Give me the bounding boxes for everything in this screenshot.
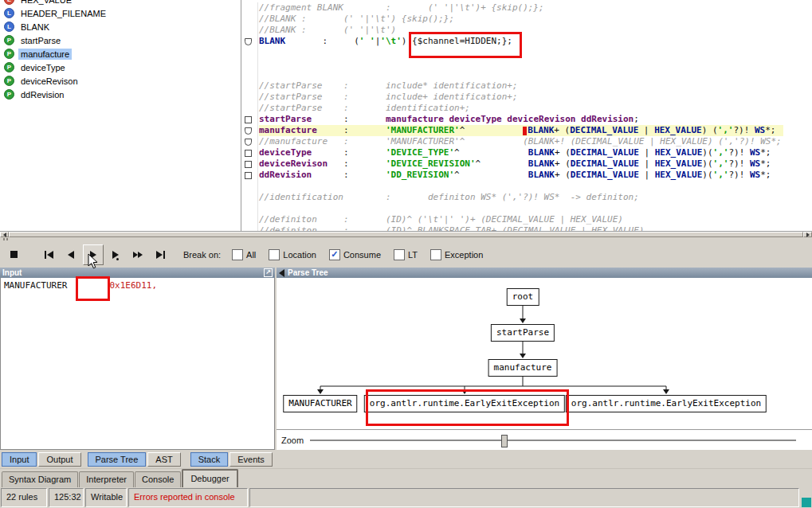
- zoom-row: Zoom: [277, 429, 812, 450]
- lexer-rule-icon: L: [4, 21, 14, 32]
- zoom-slider[interactable]: [310, 434, 796, 447]
- editor-horizontal-scrollbar[interactable]: [0, 231, 812, 237]
- tree-node-earlyexit-exception-2[interactable]: org.antlr.runtime.EarlyExitException: [566, 395, 767, 412]
- gutter-cell: [241, 69, 257, 80]
- parser-rule-icon: P: [4, 62, 14, 72]
- checkbox-lt[interactable]: LT: [394, 249, 418, 260]
- step-back-icon: [68, 251, 74, 259]
- rule-label: manufacture: [18, 49, 72, 60]
- breakpoint-marker[interactable]: [245, 116, 252, 123]
- code-segment: BLANK: [528, 158, 555, 169]
- grammar-editor[interactable]: //fragment BLANK : (' '|'\t')+ {skip();}…: [241, 0, 812, 231]
- rule-list-item-HEX_VALUE[interactable]: LHEX_VALUE: [0, 0, 241, 6]
- rule-list-item-deviceRevison[interactable]: PdeviceRevison: [0, 74, 241, 88]
- checkbox-consume[interactable]: ✓Consume: [329, 249, 381, 260]
- code-segment: )(: [702, 147, 712, 158]
- tree-node-root[interactable]: root: [507, 288, 539, 306]
- zoom-slider-track[interactable]: [310, 440, 796, 442]
- rule-list-item-BLANK[interactable]: LBLANK: [0, 20, 241, 33]
- scrollbar-thumb[interactable]: [9, 232, 803, 237]
- checkbox-location[interactable]: Location: [269, 249, 316, 260]
- checkbox-box[interactable]: [430, 249, 441, 260]
- breakpoint-marker[interactable]: [245, 150, 252, 157]
- rule-list-item-HEADER_FILENAME[interactable]: LHEADER_FILENAME: [0, 6, 241, 20]
- code-line: [259, 58, 783, 69]
- go-to-end-button[interactable]: [150, 244, 171, 265]
- tree-node-manufacture[interactable]: manufacture: [488, 359, 558, 377]
- tree-node-earlyexit-exception-1[interactable]: org.antlr.runtime.EarlyExitException: [364, 395, 565, 412]
- view-button-ast[interactable]: AST: [147, 452, 180, 467]
- rule-list-item-manufacture[interactable]: Pmanufacture: [0, 47, 241, 61]
- zoom-slider-thumb[interactable]: [501, 435, 508, 447]
- checkbox-box[interactable]: ✓: [329, 249, 340, 260]
- code-segment: '\t': [380, 36, 402, 46]
- view-button-stack[interactable]: Stack: [190, 452, 229, 467]
- gutter-cell: [241, 25, 257, 36]
- checkbox-exception[interactable]: Exception: [430, 249, 483, 260]
- tab-debugger[interactable]: Debugger: [182, 469, 237, 487]
- step-over-button[interactable]: [105, 244, 126, 265]
- view-button-input[interactable]: Input: [2, 452, 37, 467]
- gutter-cell: [241, 225, 257, 231]
- checkbox-all[interactable]: All: [232, 249, 256, 260]
- tree-node-manufacturer-token[interactable]: MANUFACTURER: [283, 395, 357, 412]
- code-segment: ^: [454, 170, 528, 180]
- tab-syntax-diagram[interactable]: Syntax Diagram: [2, 471, 78, 487]
- code-segment: ?)!: [728, 147, 750, 158]
- code-segment: |: [639, 158, 655, 169]
- rule-list[interactable]: LHEX_VALUELHEADER_FILENAMELBLANKPstartPa…: [0, 0, 241, 231]
- rule-list-item-ddRevision[interactable]: PddRevision: [0, 88, 241, 101]
- gutter-cell: [241, 136, 257, 147]
- view-button-events[interactable]: Events: [229, 452, 273, 467]
- code-line: //definiton : (ID)^ ('\t'|' ')+ (DECIMAL…: [259, 214, 783, 225]
- code-segment: BLANK: [528, 147, 555, 158]
- step-back-button[interactable]: [61, 244, 81, 265]
- scrollbar-left-arrow-icon[interactable]: [0, 232, 9, 237]
- rule-list-item-deviceType[interactable]: PdeviceType: [0, 61, 241, 74]
- gutter-cell: [241, 203, 257, 214]
- breakpoint-marker[interactable]: [245, 38, 252, 45]
- detach-panel-icon[interactable]: [264, 268, 273, 277]
- code-segment: HEX_VALUE: [654, 125, 702, 135]
- rule-label: HEADER_FILENAME: [18, 8, 108, 19]
- rule-list-item-startParse[interactable]: PstartParse: [0, 33, 241, 47]
- parse-tree-panel-header: Parse Tree: [277, 268, 812, 278]
- breakpoint-marker[interactable]: [245, 127, 252, 135]
- breakpoint-marker[interactable]: [245, 161, 252, 168]
- parser-rule-icon: P: [4, 49, 14, 59]
- code-segment: )(: [702, 170, 712, 180]
- checkbox-box[interactable]: [269, 249, 280, 260]
- code-segment: //startParse : identification+;: [259, 103, 470, 113]
- fast-forward-button[interactable]: [127, 244, 148, 265]
- code-line: //startParse : identification+;: [259, 103, 783, 114]
- parse-tree-canvas[interactable]: root startParse manufacture MANUFACTURER…: [277, 278, 812, 429]
- go-to-start-button[interactable]: [38, 244, 59, 265]
- checkbox-label: Exception: [445, 250, 483, 260]
- scrollbar-right-arrow-icon[interactable]: [803, 232, 812, 237]
- checkbox-label: Consume: [343, 250, 381, 260]
- breakpoint-marker[interactable]: [245, 139, 252, 146]
- checkbox-box[interactable]: [394, 249, 405, 260]
- code-segment: WS: [750, 147, 760, 158]
- tab-interpreter[interactable]: Interpreter: [79, 471, 134, 487]
- breakpoint-marker[interactable]: [245, 172, 252, 179]
- parse-tree-panel-title: Parse Tree: [288, 268, 810, 277]
- code-segment: deviceType: [259, 147, 312, 158]
- collapse-splitter-icon[interactable]: [279, 269, 284, 277]
- code-segment: 'DEVICE_REVISION': [386, 158, 476, 169]
- editor-gutter[interactable]: [241, 2, 258, 231]
- code-segment: 'MANUFACTURER': [386, 125, 460, 135]
- step-forward-button[interactable]: [83, 244, 104, 265]
- view-button-output[interactable]: Output: [38, 452, 80, 467]
- view-button-parse-tree[interactable]: Parse Tree: [88, 452, 147, 467]
- input-text[interactable]: MANUFACTURER 0x1E6D11,: [0, 278, 275, 450]
- tree-node-startparse[interactable]: startParse: [491, 324, 555, 342]
- editor-code[interactable]: //fragment BLANK : (' '|'\t')+ {skip();}…: [259, 2, 783, 231]
- code-segment: + (: [554, 125, 570, 135]
- tab-console[interactable]: Console: [135, 471, 181, 487]
- code-segment: ',': [718, 125, 734, 135]
- status-corner: [801, 488, 811, 507]
- stop-button[interactable]: [3, 244, 24, 265]
- checkbox-box[interactable]: [232, 249, 243, 260]
- code-line: startParse : manufacture deviceType devi…: [259, 114, 783, 125]
